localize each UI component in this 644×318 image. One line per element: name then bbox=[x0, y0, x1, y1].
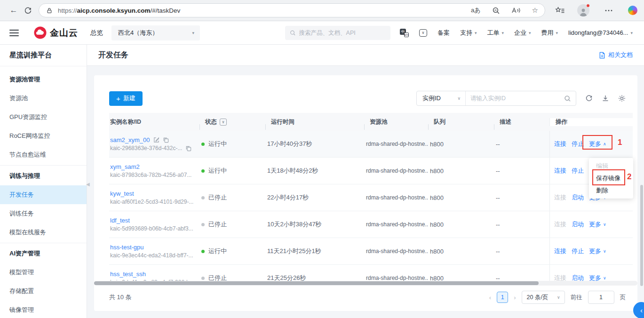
sidebar-item-image-mgmt[interactable]: 镜像管理 bbox=[0, 301, 87, 318]
browser-refresh-icon[interactable] bbox=[21, 7, 35, 15]
floating-helper-button[interactable]: ‹ bbox=[633, 302, 644, 318]
caret-down-icon: ▾ bbox=[192, 31, 194, 35]
page-number[interactable]: 1 bbox=[497, 292, 508, 303]
more-link[interactable]: 更多∨ bbox=[589, 247, 606, 255]
sidebar-item-model-mgmt[interactable]: 模型管理 bbox=[0, 263, 87, 282]
sidebar-item-online-service[interactable]: 模型在线服务 bbox=[0, 223, 87, 242]
browser-back-icon[interactable]: ← bbox=[7, 6, 21, 15]
table-row: hss_test_ssh kaic-9da41cc9-c82c-4ef7-926… bbox=[109, 265, 633, 282]
nav-overview-link[interactable]: 总览 bbox=[90, 29, 103, 37]
sidebar-item-train-task[interactable]: 训练任务 bbox=[0, 204, 87, 223]
instance-id: kaic-5d993689-b06b-4cb7-abf3... bbox=[110, 225, 193, 232]
nav-item-cost[interactable]: 费用▾ bbox=[541, 29, 558, 37]
horizontal-scrollbar-track[interactable] bbox=[94, 281, 637, 286]
menu-item-save-image[interactable]: 保存镜像 bbox=[589, 172, 633, 184]
instance-filter: 实例ID ∨ bbox=[416, 91, 576, 106]
nav-item-ticket[interactable]: 工单▾ bbox=[487, 29, 504, 37]
next-page-icon[interactable]: › bbox=[514, 294, 516, 301]
instance-name-link[interactable]: hss_test_ssh bbox=[110, 270, 146, 278]
runtime-cell: 11天21小时25分1秒 bbox=[265, 247, 364, 255]
table-row: xym_sam2 kaic-87983c6a-782b-4256-a07... … bbox=[109, 158, 633, 184]
instance-name-link[interactable]: xym_sam2 bbox=[110, 163, 140, 170]
filter-field-select[interactable]: 实例ID ∨ bbox=[417, 91, 466, 105]
stop-link[interactable]: 停止 bbox=[572, 167, 584, 175]
horizontal-scrollbar-thumb[interactable] bbox=[94, 281, 539, 285]
goto-label: 前往 bbox=[571, 294, 582, 302]
browser-profile-avatar[interactable] bbox=[577, 4, 589, 16]
nav-item-beian[interactable]: 备案 bbox=[437, 29, 450, 37]
page-size-select[interactable]: 20 条/页 ∨ bbox=[522, 291, 565, 304]
more-link[interactable]: 更多∨ bbox=[589, 220, 606, 229]
connect-link[interactable]: 连接 bbox=[554, 167, 566, 175]
refresh-icon[interactable] bbox=[585, 95, 593, 102]
stop-link[interactable]: 停止 bbox=[572, 140, 584, 148]
address-bar[interactable]: https://aicp.console.ksyun.com/#/taskDev… bbox=[39, 3, 545, 17]
sidebar-item-node-ops[interactable]: 节点自愈运维 bbox=[0, 145, 87, 164]
screen: ← https://aicp.console.ksyun.com/#/taskD… bbox=[0, 0, 644, 318]
copy-id-icon[interactable] bbox=[185, 145, 191, 151]
connect-link[interactable]: 连接 bbox=[554, 140, 566, 148]
prev-page-icon[interactable]: ‹ bbox=[489, 294, 491, 301]
hamburger-menu-icon[interactable] bbox=[9, 30, 19, 36]
menu-item-delete[interactable]: 删除 bbox=[589, 184, 633, 197]
page-size-value: 20 条/页 bbox=[527, 294, 549, 302]
connect-link: 连接 bbox=[554, 193, 566, 202]
edit-name-icon[interactable] bbox=[153, 137, 159, 143]
message-center-icon[interactable]: ∨ bbox=[419, 29, 427, 37]
sidebar-collapse-icon[interactable]: ◀ bbox=[86, 182, 90, 187]
download-icon[interactable] bbox=[602, 95, 609, 102]
browser-menu-icon[interactable] bbox=[602, 7, 616, 15]
instance-id-input[interactable] bbox=[470, 95, 561, 102]
instance-name-link[interactable]: hss-test-gpu bbox=[110, 244, 144, 251]
global-search-input[interactable] bbox=[299, 30, 386, 36]
copilot-icon[interactable] bbox=[628, 6, 637, 15]
stop-link[interactable]: 停止 bbox=[572, 247, 584, 255]
nav-item-support[interactable]: 支持▾ bbox=[460, 29, 477, 37]
vertical-scrollbar-thumb[interactable] bbox=[640, 185, 643, 286]
more-link[interactable]: 更多∧ bbox=[589, 140, 606, 148]
translate-page-icon[interactable]: aあ bbox=[471, 6, 481, 15]
favorite-star-icon[interactable]: ☆ bbox=[532, 6, 538, 15]
brand-name: 金山云 bbox=[50, 27, 78, 39]
create-button[interactable]: + 新建 bbox=[109, 91, 143, 106]
sidebar-item-roce-monitor[interactable]: RoCE网络监控 bbox=[0, 127, 87, 145]
gear-icon[interactable] bbox=[618, 95, 626, 102]
filter-field-value: 实例ID bbox=[422, 94, 441, 103]
start-link[interactable]: 启动 bbox=[572, 193, 584, 202]
status-dot bbox=[201, 143, 205, 146]
account-menu[interactable]: lidongfang@734046...▾ bbox=[568, 29, 633, 36]
language-toggle-icon[interactable]: 中 EN bbox=[400, 29, 409, 37]
nav-item-enterprise[interactable]: 企业▾ bbox=[514, 29, 531, 37]
sidebar-item-resource-pool[interactable]: 资源池 bbox=[0, 89, 87, 108]
col-header-actions: 操作 bbox=[549, 118, 633, 126]
pool-cell: rdma-shared-dp-hostne... bbox=[364, 167, 428, 174]
instance-name-link[interactable]: sam2_xym_00 bbox=[110, 136, 150, 143]
search-icon[interactable] bbox=[564, 95, 571, 102]
status-filter-icon[interactable]: ∨ bbox=[220, 119, 227, 126]
sidebar-item-gpu-monitor[interactable]: GPU资源监控 bbox=[0, 108, 87, 127]
read-aloud-icon[interactable] bbox=[511, 7, 521, 14]
goto-page-input[interactable] bbox=[588, 291, 614, 304]
desc-cell: -- bbox=[494, 221, 549, 228]
zoom-out-icon[interactable] bbox=[492, 7, 500, 15]
instance-name-link[interactable]: ldf_test bbox=[110, 217, 130, 224]
start-link[interactable]: 启动 bbox=[572, 220, 584, 229]
toolbar: + 新建 实例ID ∨ bbox=[109, 91, 626, 106]
favorites-bar-icon[interactable] bbox=[555, 7, 565, 15]
global-search[interactable] bbox=[285, 26, 390, 40]
connect-link[interactable]: 连接 bbox=[554, 247, 566, 255]
col-header-pool: 资源池 bbox=[364, 118, 428, 126]
region-selector[interactable]: 西北4（海东） ▾ bbox=[111, 25, 200, 40]
queue-cell: h800 bbox=[428, 194, 494, 201]
related-docs-link[interactable]: 相关文档 bbox=[599, 51, 633, 59]
sidebar-item-storage-config[interactable]: 存储配置 bbox=[0, 282, 87, 301]
sidebar-item-dev-task[interactable]: 开发任务 bbox=[0, 185, 87, 204]
status-label: 运行中 bbox=[208, 247, 227, 255]
table-row: ldf_test kaic-5d993689-b06b-4cb7-abf3...… bbox=[109, 211, 633, 238]
instance-name-link[interactable]: kyw_test bbox=[110, 190, 134, 197]
queue-cell: h800 bbox=[428, 167, 494, 175]
browser-toolbar: ← https://aicp.console.ksyun.com/#/taskD… bbox=[0, 0, 644, 21]
copy-name-icon[interactable] bbox=[163, 137, 169, 143]
url-text: https://aicp.console.ksyun.com/#/taskDev bbox=[58, 7, 471, 14]
brand-logo[interactable]: 金山云 bbox=[34, 26, 78, 39]
